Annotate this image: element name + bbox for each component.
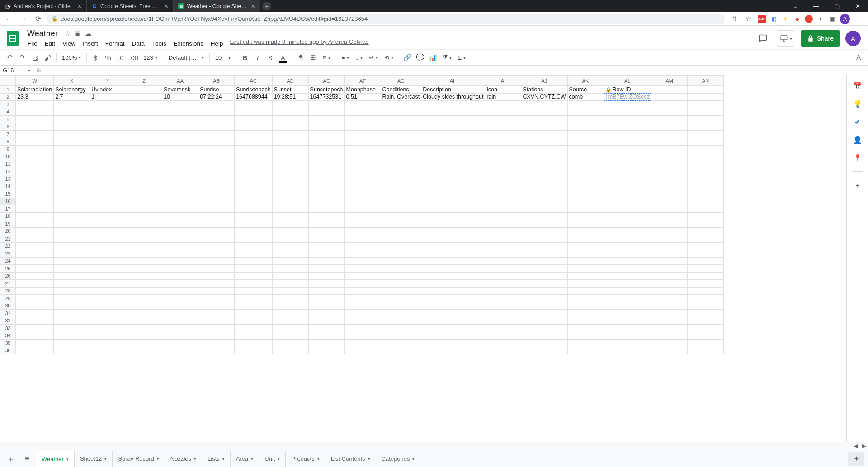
cell[interactable] [485, 302, 521, 310]
column-header[interactable]: Z [126, 76, 162, 86]
borders-icon[interactable]: ⊞ [307, 52, 319, 63]
cell[interactable] [567, 250, 604, 258]
cell[interactable] [381, 310, 421, 317]
cell[interactable] [54, 108, 90, 116]
cell[interactable] [198, 138, 235, 146]
cell[interactable] [272, 212, 308, 220]
collapse-toolbar-icon[interactable]: ᐱ [853, 52, 864, 63]
cell[interactable] [344, 108, 381, 116]
cell[interactable] [90, 205, 126, 213]
cell[interactable]: comb [567, 93, 604, 101]
cell[interactable] [421, 131, 485, 138]
cell[interactable] [126, 116, 162, 123]
close-icon[interactable]: ✕ [251, 3, 255, 9]
cell[interactable] [421, 108, 485, 116]
column-header[interactable]: AB [198, 76, 235, 86]
cell[interactable] [604, 280, 651, 288]
cell[interactable] [521, 242, 567, 250]
merge-cells-select[interactable]: ⧈▾ [320, 52, 333, 63]
add-sheet-button[interactable]: ＋ [4, 452, 18, 466]
row-header[interactable]: 25 [0, 265, 16, 273]
cell[interactable] [421, 205, 485, 213]
cell[interactable] [688, 190, 724, 198]
cell[interactable] [162, 235, 198, 243]
cell[interactable] [272, 227, 308, 235]
cell[interactable] [567, 138, 604, 146]
cell[interactable] [126, 257, 162, 265]
text-rotate-select[interactable]: ⟲▾ [382, 52, 396, 63]
cell[interactable] [344, 160, 381, 168]
cell[interactable] [272, 257, 308, 265]
sheet-tab[interactable]: Lists▾ [202, 451, 231, 467]
cell[interactable] [688, 295, 724, 302]
cell[interactable] [235, 317, 272, 325]
cell[interactable] [485, 168, 521, 175]
cell[interactable] [688, 205, 724, 213]
cell[interactable] [567, 340, 604, 347]
cell[interactable] [126, 220, 162, 228]
cell[interactable] [381, 175, 421, 183]
row-header[interactable]: 13 [0, 175, 16, 183]
cell[interactable] [485, 138, 521, 146]
cell[interactable] [521, 295, 567, 302]
cell[interactable] [521, 340, 567, 347]
sheet-tab[interactable]: Spray Record▾ [112, 451, 165, 467]
cell[interactable] [54, 131, 90, 138]
cell[interactable] [162, 347, 198, 354]
cell[interactable] [308, 168, 344, 175]
cell[interactable] [126, 325, 162, 332]
cell[interactable] [604, 287, 651, 295]
cell[interactable] [54, 287, 90, 295]
cell[interactable] [126, 123, 162, 131]
cell[interactable] [567, 116, 604, 123]
cell[interactable]: 1 [90, 93, 126, 101]
cell[interactable] [126, 227, 162, 235]
cell[interactable] [90, 108, 126, 116]
cell[interactable]: Source [567, 86, 604, 94]
ext-icon[interactable]: ◆ [793, 15, 801, 23]
cell[interactable] [198, 295, 235, 302]
cell[interactable] [126, 310, 162, 317]
cell[interactable] [344, 310, 381, 317]
cell[interactable] [126, 235, 162, 243]
cell[interactable] [381, 295, 421, 302]
cell[interactable] [126, 138, 162, 146]
cell[interactable] [16, 123, 54, 131]
cell[interactable] [344, 340, 381, 347]
cell[interactable] [198, 250, 235, 258]
cell[interactable] [521, 146, 567, 153]
row-header[interactable]: 19 [0, 220, 16, 228]
cell[interactable] [54, 212, 90, 220]
cell[interactable] [567, 198, 604, 205]
cell[interactable]: Icon [485, 86, 521, 94]
cell[interactable] [485, 317, 521, 325]
insert-link-icon[interactable]: 🔗 [402, 52, 414, 63]
cell[interactable] [308, 175, 344, 183]
cell[interactable]: Sunrise [198, 86, 235, 94]
cell[interactable] [421, 250, 485, 258]
cell[interactable] [126, 295, 162, 302]
cell[interactable] [126, 332, 162, 340]
cell[interactable] [521, 250, 567, 258]
row-header[interactable]: 18 [0, 212, 16, 220]
column-header[interactable]: AK [567, 76, 604, 86]
add-addon-icon[interactable]: ＋ [853, 181, 862, 190]
cell[interactable] [604, 198, 651, 205]
menu-file[interactable]: File [24, 38, 41, 49]
cell[interactable] [604, 265, 651, 273]
cell[interactable] [308, 250, 344, 258]
cell[interactable] [651, 265, 688, 273]
redo-icon[interactable]: ↷ [16, 52, 28, 63]
cell[interactable] [381, 340, 421, 347]
cell[interactable] [688, 116, 724, 123]
cell[interactable] [521, 220, 567, 228]
cell[interactable] [308, 347, 344, 354]
cell[interactable] [485, 175, 521, 183]
cell[interactable] [604, 116, 651, 123]
cell[interactable] [198, 198, 235, 205]
cell[interactable] [604, 101, 651, 108]
insert-chart-icon[interactable]: 📊 [427, 52, 439, 63]
cell[interactable] [381, 235, 421, 243]
cell[interactable] [126, 183, 162, 190]
cell[interactable] [604, 168, 651, 175]
